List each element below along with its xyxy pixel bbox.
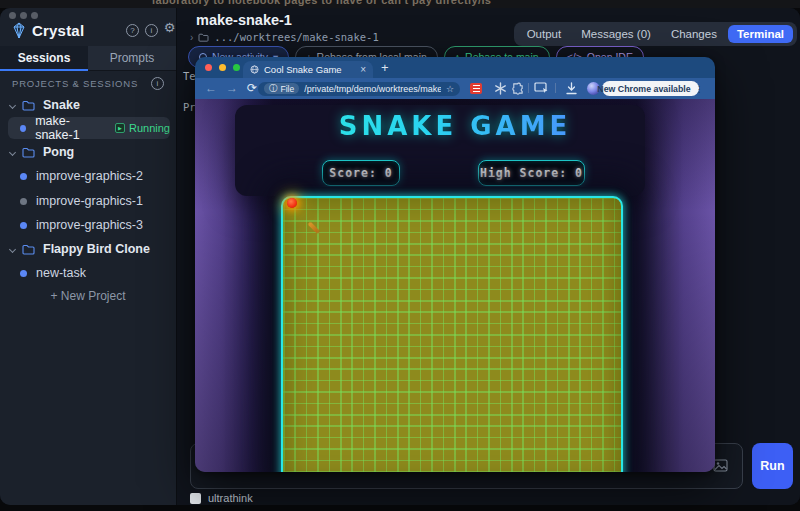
app-header: Crystal ? i ⚙ <box>0 21 176 41</box>
image-attach-icon[interactable] <box>713 459 728 472</box>
help-icon[interactable]: ? <box>126 24 139 37</box>
tab-sessions[interactable]: Sessions <box>0 46 88 70</box>
page-title: make-snake-1 <box>196 12 292 28</box>
sidebar-item-improve-graphics-3[interactable]: improve-graphics-3 <box>20 217 143 233</box>
forward-icon[interactable]: → <box>226 81 238 95</box>
new-project-button[interactable]: + New Project <box>0 289 176 303</box>
run-button[interactable]: Run <box>752 443 793 489</box>
site-info-icon: ⓘ <box>269 83 278 95</box>
browser-zoom-button[interactable] <box>233 64 240 71</box>
snake-trail-streak <box>308 222 320 234</box>
browser-tab[interactable]: Cool Snake Game × <box>243 61 373 78</box>
terminal-text-fragment: Pr <box>183 101 196 113</box>
session-label: improve-graphics-2 <box>36 169 143 183</box>
info-icon[interactable]: i <box>145 24 158 37</box>
session-label: improve-graphics-3 <box>36 218 143 232</box>
worktree-path: .../worktrees/make-snake-1 <box>214 31 378 43</box>
projects-section-header: PROJECTS & SESSIONS i <box>0 76 176 92</box>
sidebar-item-make-snake-1[interactable]: make-snake-1 ▶ Running <box>8 117 170 139</box>
tab-title: Cool Snake Game <box>264 64 355 75</box>
download-icon[interactable] <box>565 82 578 95</box>
folder-icon <box>22 100 35 111</box>
game-board-canvas[interactable] <box>281 196 623 472</box>
sidebar-item-flappy-bird-clone[interactable]: Flappy Bird Clone <box>10 241 150 257</box>
browser-close-button[interactable] <box>205 64 212 71</box>
project-label: Snake <box>43 98 80 112</box>
back-icon[interactable]: ← <box>205 81 217 95</box>
folder-icon <box>22 147 35 158</box>
status-badge: ▶ Running <box>115 122 170 134</box>
window-zoom-button[interactable] <box>31 12 38 19</box>
crystal-logo-icon <box>12 22 26 39</box>
sidebar-item-snake[interactable]: Snake <box>10 97 80 113</box>
ultrathink-row: ultrathink <box>190 492 253 504</box>
session-label: new-task <box>36 266 86 280</box>
browser-toolbar: ← → ⟳ ⓘ File /private/tmp/demo/worktrees… <box>195 78 715 99</box>
breadcrumb-chevron-icon: › <box>190 32 193 43</box>
view-tab-output[interactable]: Output <box>518 25 571 43</box>
sidebar-tabs: Sessions Prompts <box>0 46 176 71</box>
sidebar: Crystal ? i ⚙ Sessions Prompts PROJECTS … <box>0 8 177 505</box>
status-badge-label: Running <box>129 122 170 134</box>
adblock-extension-icon[interactable] <box>470 83 482 94</box>
window-close-button[interactable] <box>9 12 16 19</box>
ultrathink-checkbox[interactable] <box>190 493 201 504</box>
breadcrumb[interactable]: › .../worktrees/make-snake-1 <box>190 31 379 43</box>
tab-close-icon[interactable]: × <box>360 64 366 75</box>
session-label: make-snake-1 <box>35 114 105 142</box>
view-tab-messages[interactable]: Messages (0) <box>572 25 660 43</box>
project-label: Pong <box>43 145 74 159</box>
browser-minimize-button[interactable] <box>219 64 226 71</box>
url-text: /private/tmp/demo/worktrees/make-... <box>304 84 441 94</box>
play-icon: ▶ <box>115 123 125 133</box>
toolbar-divider <box>555 83 556 93</box>
view-switcher: Output Messages (0) Changes Terminal <box>514 22 797 46</box>
view-tab-terminal[interactable]: Terminal <box>728 25 793 43</box>
section-info-icon[interactable]: i <box>151 77 164 90</box>
app-title: Crystal <box>32 22 84 39</box>
bookmark-star-icon[interactable]: ☆ <box>446 84 454 94</box>
ultrathink-label: ultrathink <box>208 492 253 504</box>
terminal-text-fragment: Te <box>183 70 196 82</box>
chevron-down-icon[interactable] <box>9 148 16 155</box>
session-dot <box>20 198 27 205</box>
reload-icon[interactable]: ⟳ <box>247 81 257 95</box>
menu-dots-icon[interactable]: ⋮ <box>695 84 704 94</box>
snake-game-page: SNAKE GAME Score: 0 High Score: 0 <box>195 99 715 472</box>
tab-prompts[interactable]: Prompts <box>88 46 176 70</box>
site-info-chip[interactable]: ⓘ File <box>264 83 299 94</box>
high-score-display: High Score: 0 <box>478 160 585 186</box>
session-dot <box>20 270 27 277</box>
game-title: SNAKE GAME <box>195 111 715 141</box>
chrome-update-button[interactable]: New Chrome available ⋮ <box>602 81 699 96</box>
chevron-down-icon[interactable] <box>9 101 16 108</box>
extensions-puzzle-icon[interactable] <box>511 82 524 95</box>
section-title: PROJECTS & SESSIONS <box>12 78 138 89</box>
browser-tab-strip: Cool Snake Game × + <box>195 57 715 78</box>
sidebar-item-improve-graphics-1[interactable]: improve-graphics-1 <box>20 193 143 209</box>
toolbar-divider <box>528 83 529 93</box>
view-tab-changes[interactable]: Changes <box>662 25 726 43</box>
background-window-strip: laboratory to notebook pages to have or … <box>0 0 800 8</box>
session-dot <box>20 125 26 132</box>
globe-favicon <box>250 65 259 74</box>
settings-gear-icon[interactable]: ⚙ <box>163 22 176 35</box>
chevron-down-icon[interactable] <box>9 245 16 252</box>
new-tab-button[interactable]: + <box>381 60 389 75</box>
browser-window: Cool Snake Game × + ← → ⟳ ⓘ File /privat… <box>195 57 715 472</box>
score-display: Score: 0 <box>322 160 400 186</box>
window-minimize-button[interactable] <box>20 12 27 19</box>
address-bar[interactable]: ⓘ File /private/tmp/demo/worktrees/make-… <box>258 82 460 96</box>
screenshot-root: laboratory to notebook pages to have or … <box>0 0 800 511</box>
project-label: Flappy Bird Clone <box>43 242 150 256</box>
folder-icon <box>22 244 35 255</box>
sidebar-item-pong[interactable]: Pong <box>10 144 74 160</box>
food-dot <box>287 198 297 208</box>
asterisk-extension-icon[interactable] <box>494 82 507 95</box>
clipped-background-text: laboratory to notebook pages to have or … <box>152 0 491 6</box>
sidebar-item-improve-graphics-2[interactable]: improve-graphics-2 <box>20 168 143 184</box>
session-dot <box>20 173 27 180</box>
breadcrumb-folder-icon <box>198 33 209 42</box>
sidebar-item-new-task[interactable]: new-task <box>20 265 86 281</box>
device-toolbar-icon[interactable] <box>534 82 549 94</box>
